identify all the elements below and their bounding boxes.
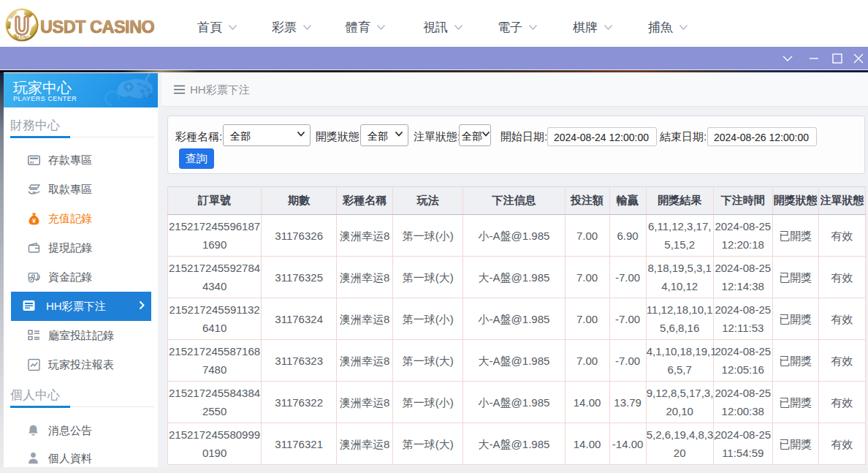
svg-text:CASINO: CASINO: [14, 35, 30, 39]
svg-text:¥: ¥: [32, 217, 36, 224]
